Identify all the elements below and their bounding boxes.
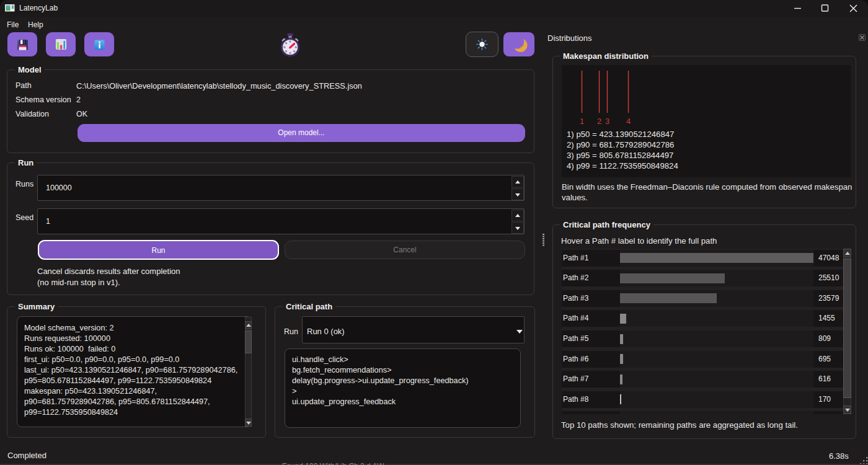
svg-text:3: 3 [605, 117, 609, 126]
svg-text:4: 4 [626, 117, 631, 126]
svg-text:1: 1 [580, 117, 584, 126]
svg-text:2: 2 [597, 117, 601, 126]
